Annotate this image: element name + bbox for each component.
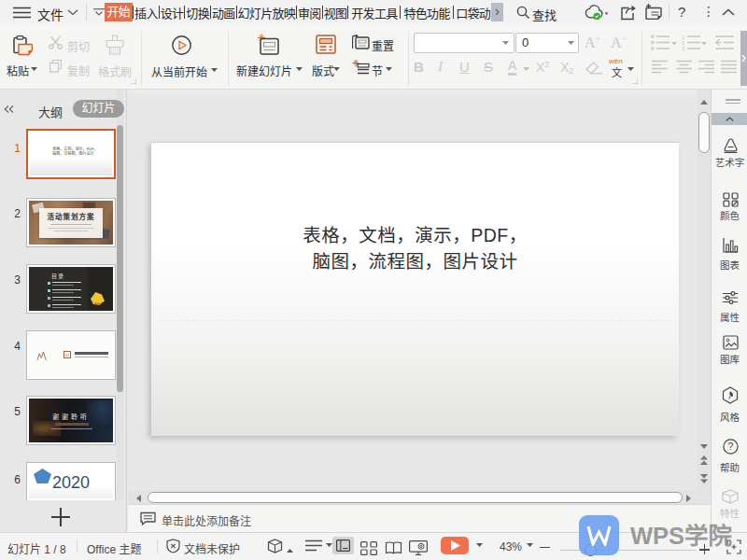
svg-text:?: ? — [728, 441, 734, 452]
svg-text:1: 1 — [682, 35, 685, 40]
svg-text:3: 3 — [682, 46, 685, 50]
